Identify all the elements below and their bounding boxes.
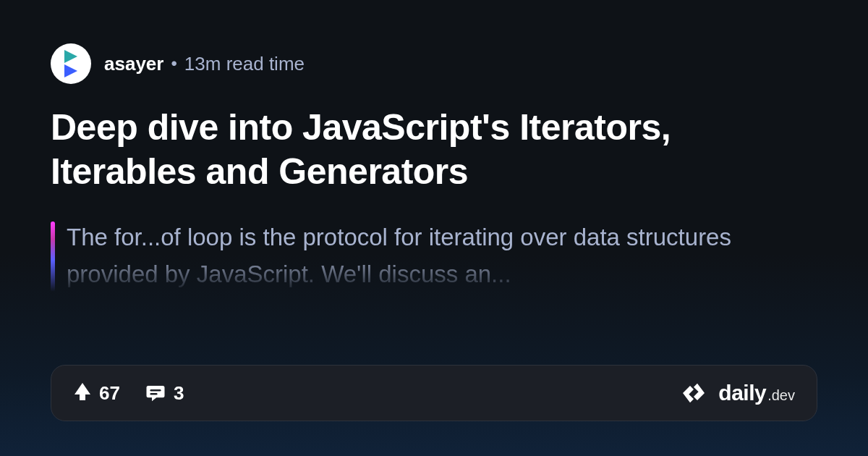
article-footer: 67 3 daily .dev: [51, 365, 817, 421]
article-title: Deep dive into JavaScript's Iterators, I…: [51, 106, 817, 194]
avatar-logo-icon: [64, 50, 77, 77]
excerpt-accent-bar: [51, 221, 55, 292]
brand-logo[interactable]: daily .dev: [679, 379, 795, 408]
read-time: 13m read time: [184, 53, 305, 75]
brand-text: daily .dev: [718, 381, 795, 405]
svg-rect-0: [150, 389, 161, 392]
article-excerpt: The for...of loop is the protocol for it…: [67, 219, 817, 295]
comment-stat[interactable]: 3: [145, 382, 184, 405]
article-meta: asayer • 13m read time: [104, 53, 305, 75]
excerpt-wrapper: The for...of loop is the protocol for it…: [51, 219, 817, 295]
brand-name-main: daily: [718, 381, 766, 405]
meta-separator: •: [171, 54, 176, 74]
article-header: asayer • 13m read time: [51, 43, 817, 84]
article-card: asayer • 13m read time Deep dive into Ja…: [0, 0, 868, 456]
upvote-icon: [73, 381, 92, 405]
upvote-stat[interactable]: 67: [73, 381, 120, 405]
comment-icon: [145, 382, 166, 404]
brand-name-sub: .dev: [767, 387, 795, 404]
author-name[interactable]: asayer: [104, 53, 163, 75]
svg-rect-1: [150, 393, 157, 395]
author-avatar[interactable]: [51, 43, 91, 84]
brand-icon: [679, 379, 708, 408]
article-stats: 67 3: [73, 381, 184, 405]
comment-count: 3: [174, 382, 184, 405]
upvote-count: 67: [99, 382, 120, 405]
